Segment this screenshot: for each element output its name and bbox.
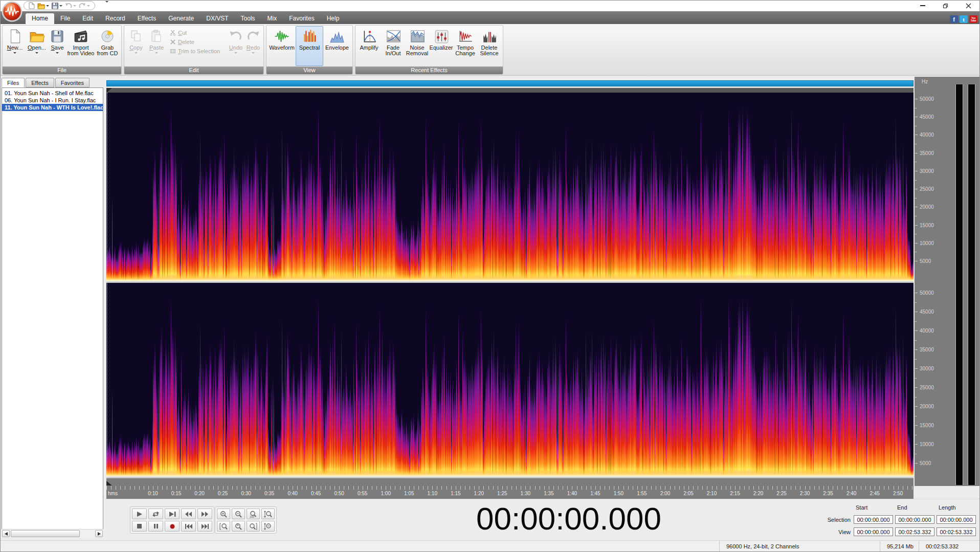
timeline-label: 1:25 [494, 491, 510, 496]
close-button[interactable] [957, 0, 980, 11]
menu-tab[interactable]: Mix [261, 13, 283, 24]
file-list-item[interactable]: 11. Youn Sun Nah - WTH Is Love!.flac [2, 104, 103, 111]
open-file-icon[interactable] [37, 3, 49, 9]
menu-tab[interactable]: Edit [76, 13, 99, 24]
go-to-start-button[interactable] [181, 521, 196, 532]
open-dropdown-arrow[interactable] [46, 5, 49, 7]
position-marker-bottom[interactable] [106, 481, 112, 485]
file-list-item[interactable]: 06. Youn Sun Nah - I Run. I Stay.flac [2, 97, 103, 104]
timeline-label: 0:55 [354, 491, 371, 496]
save-button[interactable]: Save [48, 26, 66, 66]
sidebar-tab[interactable]: Effects [26, 78, 54, 87]
freq-tick [915, 293, 918, 293]
open-dropdown-arrow[interactable] [35, 52, 38, 54]
freq-minor-tick [915, 234, 917, 234]
menu-tab[interactable]: File [54, 13, 76, 24]
menu-tab[interactable]: Home [26, 13, 54, 24]
freq-tick-label: 5000 [920, 258, 931, 264]
import-from-video-button[interactable]: Import from Video [66, 26, 95, 66]
menu-tab[interactable]: Generate [162, 13, 200, 24]
envelope-view-button[interactable]: Envelope [323, 26, 351, 66]
cd-icon [100, 28, 115, 45]
menu-tab[interactable]: Tools [235, 13, 261, 24]
view-start-field[interactable] [854, 527, 893, 536]
grab-from-cd-button[interactable]: Grab from CD [95, 26, 120, 66]
spectrogram-channel-right[interactable] [106, 283, 914, 476]
timeline-label: 1:35 [541, 491, 557, 496]
tempo-change-button[interactable]: Tempo Change [453, 26, 477, 66]
zoom-vertical-selection-button[interactable] [261, 521, 275, 532]
fade-in-out-button[interactable]: Fade In/Out [381, 26, 405, 66]
rewind-button[interactable] [181, 509, 196, 519]
selection-start-field[interactable] [854, 515, 893, 524]
zoom-selection-start-button[interactable] [217, 521, 230, 532]
zoom-100-button[interactable]: 100 [247, 509, 260, 519]
view-length-field[interactable] [937, 527, 976, 536]
spectrogram-channel-left[interactable] [106, 93, 914, 281]
record-button[interactable] [165, 521, 180, 532]
waveform-view-button[interactable]: Waveform [268, 26, 296, 66]
pause-button[interactable] [148, 521, 163, 532]
delete-silence-button[interactable]: Delete Silence [477, 26, 501, 66]
selection-end-field[interactable] [895, 515, 934, 524]
editor-main-area: hms 0:100:150:200:250:300:350:400:450:50… [105, 77, 980, 499]
zoom-in-button[interactable] [217, 509, 230, 519]
sidebar-tab[interactable]: Favorites [55, 78, 90, 87]
new-file-icon[interactable] [29, 2, 35, 9]
menu-tab[interactable]: DX/VST [200, 13, 234, 24]
menu-tab[interactable]: Record [99, 13, 131, 24]
scroll-right-arrow[interactable] [95, 530, 103, 537]
open-button[interactable]: Open... [26, 26, 48, 66]
position-marker-top[interactable] [106, 88, 112, 93]
menu-tab[interactable]: Favorites [283, 13, 320, 24]
noise-removal-button[interactable]: Noise Removal [405, 26, 429, 66]
play-button[interactable] [132, 509, 147, 519]
spectral-view-button[interactable]: Spectral [296, 26, 323, 66]
overview-navigation-bar[interactable] [106, 80, 914, 86]
minimize-button[interactable] [911, 0, 934, 11]
freq-minor-tick [915, 252, 917, 252]
restore-button[interactable] [934, 0, 957, 11]
new-button[interactable]: New... [4, 26, 26, 66]
freq-tick-label: 25000 [920, 385, 934, 390]
zoom-out-button[interactable] [232, 509, 245, 519]
timeline-label: 0:35 [261, 491, 278, 496]
zoom-selection-end-button[interactable] [247, 521, 260, 532]
freq-tick [915, 406, 918, 407]
save-dropdown-arrow[interactable] [56, 52, 59, 54]
stop-button[interactable] [132, 521, 147, 532]
new-dropdown-arrow[interactable] [13, 52, 16, 54]
file-list-item[interactable]: 01. Youn Sun Nah - Shell of Me.flac [2, 90, 103, 97]
twitter-icon[interactable]: t [960, 15, 968, 23]
level-meter-left [955, 84, 963, 485]
go-to-end-button[interactable] [197, 521, 212, 532]
facebook-icon[interactable]: f [950, 15, 958, 23]
freq-tick-label: 50000 [920, 290, 934, 296]
youtube-icon[interactable]: YouTube [969, 15, 977, 23]
fast-forward-button[interactable] [197, 509, 212, 519]
customize-toolbar-icon[interactable] [105, 3, 109, 12]
save-file-icon[interactable] [52, 3, 62, 9]
timeline-ruler[interactable]: hms 0:100:150:200:250:300:350:400:450:50… [106, 486, 914, 499]
playback-controls [130, 506, 214, 534]
sidebar-tab[interactable]: Files [2, 78, 25, 87]
menu-tabs: HomeFileEditRecordEffectsGenerateDX/VSTT… [26, 13, 345, 24]
scroll-left-arrow[interactable] [2, 530, 10, 537]
timeline-label: 1:15 [448, 491, 464, 496]
save-dropdown-arrow[interactable] [59, 5, 62, 7]
zoom-to-selection-button[interactable] [232, 521, 245, 532]
loop-button[interactable] [148, 509, 163, 519]
selection-length-field[interactable] [937, 515, 976, 524]
menu-tab[interactable]: Effects [131, 13, 162, 24]
equalizer-button[interactable]: Equalizer [429, 26, 453, 66]
amplify-button[interactable]: Amplify [357, 26, 381, 66]
open-folder-icon [29, 28, 44, 45]
file-list-horizontal-scrollbar[interactable] [2, 529, 103, 538]
zoom-vertical-button[interactable] [261, 509, 275, 519]
marker-lane-bottom [106, 478, 914, 486]
timeline-label: 1:20 [471, 491, 487, 496]
scrollbar-thumb[interactable] [11, 530, 80, 537]
play-to-end-button[interactable] [165, 509, 180, 519]
menu-tab[interactable]: Help [321, 13, 346, 24]
view-end-field[interactable] [895, 527, 934, 536]
